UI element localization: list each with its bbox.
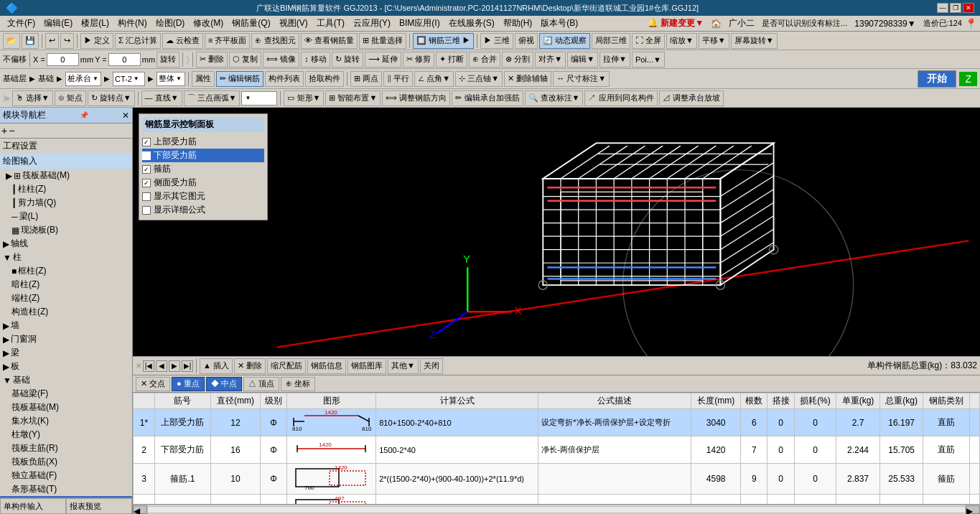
sidebar-item-foundation-beam[interactable]: 基础梁(F) <box>0 387 132 401</box>
top-view-button[interactable]: 俯视 <box>515 33 538 49</box>
3d-viewport[interactable]: 钢筋显示控制面板 上部受力筋 下部受力筋 箍筋 侧面受力筋 <box>133 108 980 356</box>
component-list-button[interactable]: 构件列表 <box>265 71 304 87</box>
menu-guangxiao[interactable]: 广小二 <box>724 16 759 31</box>
sidebar-add-icon[interactable]: + <box>1 125 7 136</box>
restore-button[interactable]: ❐ <box>950 3 961 13</box>
smart-layout-button[interactable]: ⊞ 智能布置▼ <box>325 90 381 106</box>
adjust-rebar-dir-button[interactable]: ⟺ 调整钢筋方向 <box>382 90 450 106</box>
menu-view[interactable]: 视图(V) <box>275 16 312 31</box>
two-point-button[interactable]: ⊞ 两点 <box>350 71 382 87</box>
table-row[interactable]: 2 下部受力筋 16 Φ 1420 <box>134 436 980 464</box>
cloud-check-button[interactable]: ☁ 云检查 <box>162 33 203 49</box>
snap-intersection-button[interactable]: ✕ 交点 <box>136 377 170 391</box>
minimize-button[interactable]: — <box>937 3 948 13</box>
sidebar-section-settings[interactable]: 工程设置 <box>0 139 132 154</box>
menu-modify[interactable]: 修改(M) <box>189 16 228 31</box>
row-diameter[interactable]: 10 <box>210 495 260 505</box>
sidebar-item-column-group[interactable]: ▼ 柱 <box>0 251 132 264</box>
snap-midpoint-button[interactable]: ◆ 中点 <box>206 377 242 391</box>
cp-item-bottom-rebar[interactable]: 下部受力筋 <box>142 149 264 162</box>
sidebar-item-slab[interactable]: ▦ 现浇板(B) <box>0 223 132 237</box>
component-id-dropdown[interactable]: CT-2▼ <box>113 72 145 86</box>
cp-check-stirrup[interactable] <box>142 165 151 174</box>
sidebar-item-construct-col[interactable]: 构造柱(Z) <box>0 305 132 319</box>
check-annotation-button[interactable]: 🔍 查改标注▼ <box>525 90 584 106</box>
menu-edit[interactable]: 编辑(E) <box>39 16 77 31</box>
menu-tools[interactable]: 工具(T) <box>312 16 349 31</box>
apply-same-name-button[interactable]: ↗ 应用到同名构件 <box>584 90 657 106</box>
edit-platform-rebar-button[interactable]: ✏ 编辑承台加强筋 <box>452 90 523 106</box>
nav-first-button[interactable]: |◀ <box>143 360 154 372</box>
menu-floor[interactable]: 楼层(L) <box>77 16 113 31</box>
cp-item-side-rebar[interactable]: 侧面受力筋 <box>142 176 264 190</box>
stretch-button[interactable]: 拉伸▼ <box>599 52 630 67</box>
view-rebar-button[interactable]: 👁 查看钢筋量 <box>301 33 358 49</box>
sidebar-item-col[interactable]: ┃ 柱柱(Z) <box>0 182 132 196</box>
batch-select-button[interactable]: ⊞ 批量选择 <box>359 33 406 49</box>
3d-button[interactable]: ▶ 三维 <box>480 33 513 49</box>
sidebar-item-door-window[interactable]: ▶门窗洞 <box>0 332 132 346</box>
table-row[interactable]: 1* 上部受力筋 12 Φ <box>134 409 980 436</box>
extend-button[interactable]: ⟶ 延伸 <box>365 52 401 67</box>
sidebar-item-wall-group[interactable]: ▶墙 <box>0 319 132 332</box>
line-type-dropdown[interactable]: ▼ <box>241 91 277 106</box>
sidebar-item-axis[interactable]: ▶ 轴线 <box>0 237 132 251</box>
scroll-track[interactable] <box>147 506 966 513</box>
other-button[interactable]: 其他▼ <box>388 358 419 374</box>
mirror-button[interactable]: ⟺ 镜像 <box>263 52 299 67</box>
sidebar-minus-icon[interactable]: − <box>9 125 14 136</box>
fullscreen-button[interactable]: ⛶ 全屏 <box>632 33 665 49</box>
rotate2-button[interactable]: ↻ 旋转 <box>332 52 363 67</box>
table-row[interactable]: 4 箍筋.2 10 Φ 760 497 <box>134 495 980 505</box>
cp-check-top-rebar[interactable] <box>142 138 151 146</box>
menu-cloud[interactable]: 云应用(Y) <box>349 16 395 31</box>
horizontal-scrollbar[interactable]: ◀ ▶ <box>133 504 980 514</box>
component-type-dropdown[interactable]: 桩承台▼ <box>65 72 101 86</box>
point-angle-button[interactable]: ∠ 点角▼ <box>414 71 454 87</box>
rotate-button[interactable]: 旋转 <box>157 52 179 67</box>
sidebar-item-beam[interactable]: ─ 梁(L) <box>0 210 132 223</box>
sidebar-close-icon[interactable]: ✕ <box>122 111 129 121</box>
rotate-point-button[interactable]: ↻ 旋转点▼ <box>88 90 135 106</box>
cp-item-show-formula[interactable]: 显示详细公式 <box>142 203 264 217</box>
insert-row-button[interactable]: ▲ 插入 <box>200 358 233 374</box>
cp-item-top-rebar[interactable]: 上部受力筋 <box>142 135 264 149</box>
trim-button[interactable]: ✂ 修剪 <box>403 52 434 67</box>
row-diameter[interactable]: 16 <box>210 436 260 464</box>
rebar-info-button[interactable]: 钢筋信息 <box>307 358 346 374</box>
sidebar-item-end-col[interactable]: 端柱(Z) <box>0 291 132 305</box>
rebar-3d-button[interactable]: 🔲 钢筋三维 ▶ <box>413 33 474 49</box>
sidebar-item-sump[interactable]: 集水坑(K) <box>0 414 132 428</box>
sidebar-item-foundation-group[interactable]: ▼基础 <box>0 373 132 387</box>
cp-check-side-rebar[interactable] <box>142 179 151 187</box>
menu-online[interactable]: 在线服务(S) <box>444 16 499 31</box>
menu-component[interactable]: 构件(N) <box>113 16 151 31</box>
undo-button[interactable]: ↩ <box>45 33 59 49</box>
y-input[interactable] <box>108 53 141 66</box>
menu-help[interactable]: 帮助(H) <box>499 16 537 31</box>
start-button[interactable]: 开始 <box>918 70 956 88</box>
break-button[interactable]: ✦ 打断 <box>436 52 467 67</box>
scale-rebar-button[interactable]: 缩尺配筋 <box>267 358 306 374</box>
single-component-button[interactable]: 单构件输入 <box>0 498 66 514</box>
open-button[interactable]: 📂 <box>3 33 20 49</box>
snap-endpoint-button[interactable]: ● 重点 <box>172 377 205 391</box>
save-button[interactable]: 💾 <box>22 33 39 49</box>
cp-check-show-others[interactable] <box>142 192 151 201</box>
scroll-left-button[interactable]: ◀ <box>133 505 147 514</box>
node-point-button[interactable]: ⊙ 矩点 <box>55 90 86 106</box>
select-button[interactable]: 🖱 选择▼ <box>12 90 53 106</box>
sidebar-item-plate-group[interactable]: ▶板 <box>0 360 132 373</box>
rotate-screen-button[interactable]: 屏幕旋转▼ <box>731 33 778 49</box>
adjust-platform-slope-button[interactable]: ⊿ 调整承台放坡 <box>659 90 724 106</box>
menu-file[interactable]: 文件(F) <box>3 16 39 31</box>
sidebar-item-shear-wall[interactable]: ┃ 剪力墙(Q) <box>0 196 132 210</box>
sidebar-item-raft-found[interactable]: 筏板基础(M) <box>0 401 132 414</box>
menu-draw[interactable]: 绘图(D) <box>151 16 190 31</box>
report-preview-button[interactable]: 报表预览 <box>66 498 132 514</box>
sidebar-item-dark-col[interactable]: 暗柱(Z) <box>0 278 132 291</box>
sidebar-item-isolated-found[interactable]: 独立基础(F) <box>0 469 132 482</box>
x-input[interactable] <box>47 53 79 66</box>
snap-coord-button[interactable]: ⊕ 坐标 <box>281 377 315 391</box>
find-element-button[interactable]: ⊕ 查找图元 <box>251 33 299 49</box>
